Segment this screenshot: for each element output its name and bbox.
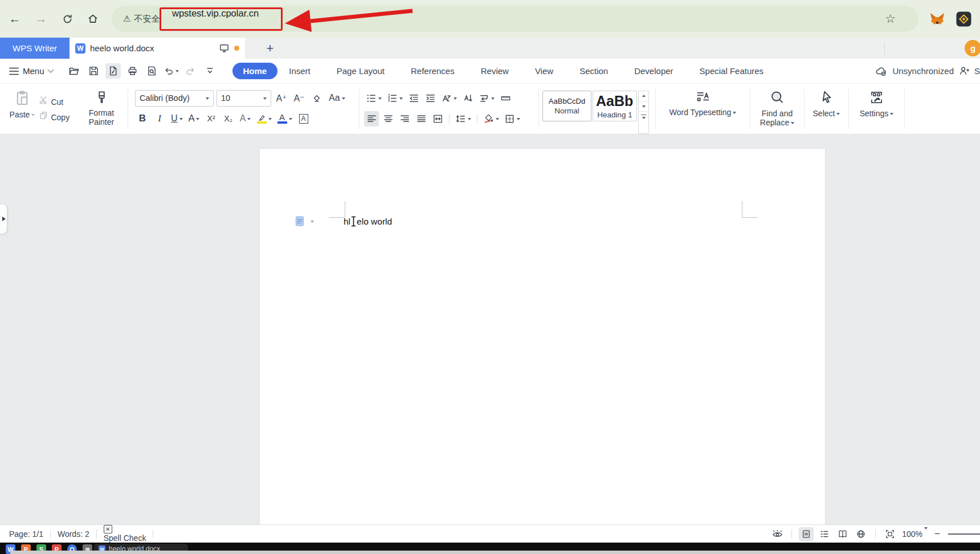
redo-icon[interactable] [183, 63, 198, 79]
tab-home[interactable]: Home [232, 63, 278, 79]
change-case-button[interactable]: Aa [327, 91, 347, 106]
bookmark-star-icon[interactable]: ☆ [885, 12, 896, 26]
paste-button[interactable]: Paste [6, 84, 39, 134]
underline-button[interactable]: U [169, 111, 185, 127]
text-effects-button[interactable]: A [238, 111, 253, 127]
export-pdf-icon[interactable] [105, 63, 121, 79]
style-normal[interactable]: AaBbCcDd Normal [542, 91, 591, 121]
strikethrough-button[interactable]: A [187, 111, 202, 127]
highlight-button[interactable] [255, 111, 273, 127]
shading-button[interactable] [481, 111, 501, 127]
eye-protect-icon[interactable] [770, 527, 785, 541]
account-avatar[interactable]: g [965, 40, 980, 56]
settings-button[interactable]: Settings [849, 84, 904, 134]
reload-icon[interactable] [59, 10, 76, 27]
monitor-icon[interactable] [219, 43, 230, 54]
tab-page-layout[interactable]: Page Layout [337, 66, 385, 76]
spell-check-button[interactable]: ✕ Spell Check [104, 525, 146, 543]
page-view-icon[interactable] [799, 527, 814, 541]
word-typesetting-button[interactable]: Word Typesetting [656, 84, 750, 134]
document-tab[interactable]: W heelo world.docx [70, 38, 245, 59]
zoom-level[interactable]: 100% [902, 529, 922, 539]
tab-section[interactable]: Section [579, 66, 608, 76]
increase-indent-button[interactable] [423, 91, 438, 106]
char-border-button[interactable]: A [296, 111, 311, 127]
fit-screen-icon[interactable] [883, 527, 897, 541]
save-icon[interactable] [86, 63, 101, 79]
style-heading1[interactable]: AaBb Heading 1 [593, 91, 637, 121]
clear-format-button[interactable] [309, 91, 324, 106]
outline-view-icon[interactable] [817, 527, 832, 541]
justify-button[interactable] [414, 111, 428, 127]
back-icon[interactable]: ← [6, 10, 23, 27]
align-left-button[interactable] [364, 111, 379, 127]
style-scroll-down[interactable] [639, 101, 648, 112]
decrease-indent-button[interactable] [406, 91, 421, 106]
superscript-button[interactable]: X² [204, 111, 219, 127]
open-file-icon[interactable] [67, 63, 82, 79]
word-typesetting-icon [696, 89, 710, 104]
share-person-icon[interactable] [958, 66, 970, 76]
style-gallery-more[interactable] [639, 112, 648, 122]
font-color-button[interactable]: A [276, 111, 294, 127]
wallet-extension-icon[interactable] [955, 10, 972, 27]
italic-button[interactable]: I [152, 111, 167, 127]
paragraph-tool-caret[interactable] [311, 221, 314, 225]
character-scale-button[interactable] [439, 91, 459, 106]
line-spacing-button[interactable] [454, 111, 473, 127]
document-text-line[interactable]: hl elo world [344, 216, 392, 227]
style-scroll-up[interactable] [639, 91, 648, 101]
copy-button[interactable]: Copy [39, 111, 79, 123]
cut-button[interactable]: Cut [39, 95, 79, 107]
numbering-button[interactable] [385, 91, 405, 106]
metamask-extension-icon[interactable] [929, 10, 946, 27]
align-center-button[interactable] [381, 111, 395, 127]
new-tab-button[interactable]: + [259, 38, 281, 59]
home-icon[interactable] [84, 10, 101, 27]
sync-status[interactable]: Unsynchronized S [875, 66, 980, 76]
sort-button[interactable] [460, 91, 475, 106]
tab-references[interactable]: References [411, 66, 455, 76]
share-label-partial[interactable]: S [974, 66, 980, 76]
undo-icon[interactable] [164, 63, 179, 79]
grow-font-button[interactable]: A⁺ [274, 91, 289, 106]
wps-writer-button[interactable]: WPS Writer [0, 38, 70, 59]
undo-caret[interactable] [175, 70, 179, 74]
zoom-control[interactable]: 100% [902, 529, 928, 539]
sidebar-expander[interactable] [0, 203, 7, 234]
zoom-caret[interactable] [924, 527, 928, 540]
find-replace-label: Find and Replace [760, 109, 794, 127]
not-secure-label[interactable]: 不安全 [134, 14, 160, 25]
bullets-button[interactable] [364, 91, 383, 106]
document-page[interactable]: hl elo world [260, 149, 825, 524]
tab-insert[interactable]: Insert [289, 66, 311, 76]
select-button[interactable]: Select [805, 84, 848, 134]
collapse-toolbar-icon[interactable] [202, 63, 218, 79]
bold-button[interactable]: B [135, 111, 150, 127]
tab-developer[interactable]: Developer [634, 66, 673, 76]
borders-button[interactable] [503, 111, 522, 127]
format-painter-button[interactable]: FormatPainter [79, 84, 124, 134]
find-replace-button[interactable]: Find and Replace [750, 84, 804, 134]
font-size-combo[interactable]: 10 [217, 90, 271, 107]
tab-review[interactable]: Review [481, 66, 509, 76]
font-name-combo[interactable]: Calibri (Body) [135, 90, 214, 107]
shrink-font-button[interactable]: A⁻ [292, 91, 307, 106]
print-preview-icon[interactable] [144, 63, 160, 79]
web-view-icon[interactable] [854, 527, 868, 541]
tab-view[interactable]: View [535, 66, 553, 76]
text-wrap-button[interactable] [477, 91, 496, 106]
menu-button[interactable]: Menu [9, 66, 53, 76]
distribute-button[interactable] [430, 111, 445, 127]
tabs-ruler-button[interactable] [498, 91, 513, 106]
paragraph-tool-button[interactable] [295, 216, 314, 226]
print-icon[interactable] [125, 63, 140, 79]
zoom-slider[interactable] [948, 533, 980, 535]
forward-icon[interactable]: → [32, 10, 50, 27]
align-right-button[interactable] [397, 111, 412, 127]
subscript-button[interactable]: X₂ [221, 111, 236, 127]
book-view-icon[interactable] [835, 527, 850, 541]
highlight-color-swatch [257, 121, 267, 124]
zoom-out-button[interactable]: − [934, 528, 940, 540]
tab-special-features[interactable]: Special Features [700, 66, 764, 76]
